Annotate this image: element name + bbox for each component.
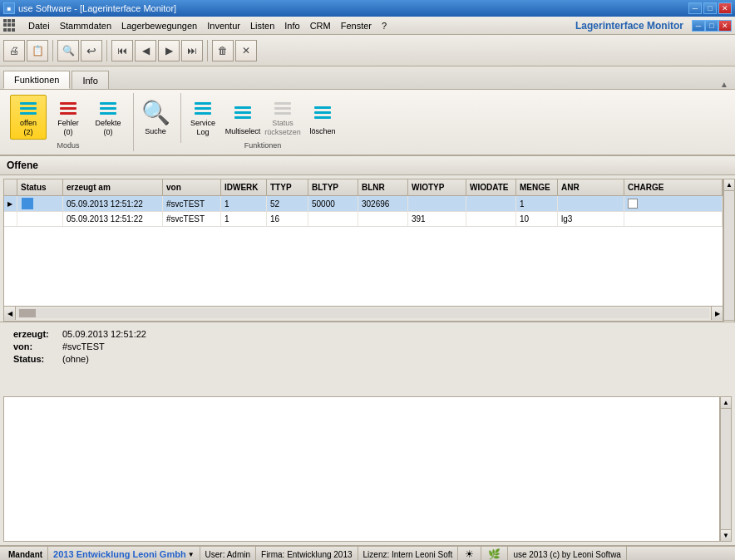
tool-first-button[interactable]: ⏮ xyxy=(111,40,133,61)
tool-last-button[interactable]: ⏭ xyxy=(181,40,203,61)
toolbar-separator-3 xyxy=(207,40,208,61)
tool-clipboard-button[interactable]: 📋 xyxy=(27,40,48,61)
close-button[interactable]: ✕ xyxy=(718,2,732,14)
menu-listen[interactable]: Listen xyxy=(245,19,279,32)
detail-von-value: #svcTEST xyxy=(62,341,105,351)
detail-von-label: von: xyxy=(13,341,59,351)
ribbon-btn-fehler-label: Fehler (0) xyxy=(57,119,79,137)
row2-menge: 10 xyxy=(516,212,558,226)
menu-help[interactable]: ? xyxy=(377,19,392,32)
tool-refresh-button[interactable]: ↩ xyxy=(81,40,102,61)
ribbon-btn-service-log-label: Service Log xyxy=(190,119,215,137)
tool-search-button[interactable]: 🔍 xyxy=(57,40,79,61)
v-scroll-bar-table[interactable]: ▲ ▼ xyxy=(723,179,735,332)
ribbon-btn-loeschen[interactable]: löschen xyxy=(304,95,341,140)
title-bar-controls[interactable]: ─ □ ✕ xyxy=(688,2,732,14)
ribbon-btn-defekte[interactable]: Defekte (0) xyxy=(90,95,126,140)
col-von: von xyxy=(163,179,221,195)
hamburger-loeschen-icon xyxy=(309,99,336,125)
maximize-button[interactable]: □ xyxy=(703,2,717,14)
log-text-area[interactable] xyxy=(3,396,720,543)
menu-info[interactable]: Info xyxy=(279,19,304,32)
row2-wiotyp: 391 xyxy=(408,212,466,226)
tool-delete-button[interactable]: 🗑 xyxy=(212,40,234,61)
col-arrow xyxy=(4,179,17,195)
col-anr: ANR xyxy=(558,179,624,195)
menu-fenster[interactable]: Fenster xyxy=(336,19,377,32)
ribbon-btn-service-log[interactable]: Service Log xyxy=(185,95,221,140)
window-title: use Software - [Lagerinterface Monitor] xyxy=(18,3,176,13)
status-firma: Firma: Entwicklung 2013 xyxy=(256,547,358,560)
h-scroll-thumb[interactable] xyxy=(19,309,36,317)
scroll-left-button[interactable]: ◀ xyxy=(4,307,16,320)
log-scroll-down-button[interactable]: ▼ xyxy=(721,529,731,541)
status-copyright: use 2013 (c) by Leoni Softwa xyxy=(508,547,627,560)
menu-lagerbewegungen[interactable]: Lagerbewegungen xyxy=(116,19,202,32)
scroll-right-button[interactable]: ▶ xyxy=(711,307,723,320)
row2-ttyp: 16 xyxy=(267,212,308,226)
table-row[interactable]: ▶ 05.09.2013 12:51:22 #svcTEST 1 52 5000… xyxy=(4,196,723,212)
col-charge: CHARGE xyxy=(624,179,723,195)
status-company: 2013 Entwicklung Leoni Gmbh xyxy=(53,549,186,559)
row1-wiodate xyxy=(466,196,516,211)
detail-von-row: von: #svcTEST xyxy=(13,341,722,351)
detail-erzeugt-row: erzeugt: 05.09.2013 12:51:22 xyxy=(13,329,722,339)
ribbon-btn-multiselect[interactable]: Multiselect xyxy=(224,95,261,140)
tool-prev-button[interactable]: ◀ xyxy=(135,40,156,61)
table-row[interactable]: 05.09.2013 12:51:22 #svcTEST 1 16 391 10… xyxy=(4,212,723,227)
ribbon-modus-label: Modus xyxy=(57,141,79,150)
v-scroll-bar-log[interactable]: ▲ ▼ xyxy=(720,396,732,543)
col-erzeugt-am: erzeugt am xyxy=(63,179,163,195)
h-scroll-bar[interactable]: ◀ ▶ xyxy=(4,306,723,321)
title-bar-left: ■ use Software - [Lagerinterface Monitor… xyxy=(3,2,176,14)
ribbon-restore-button[interactable]: □ xyxy=(705,20,718,32)
menu-datei[interactable]: Datei xyxy=(23,19,55,32)
row2-anr: lg3 xyxy=(558,212,624,226)
tab-funktionen[interactable]: Funktionen xyxy=(3,71,70,89)
ribbon-btn-offen[interactable]: offen (2) xyxy=(10,95,47,140)
ribbon-btn-fehler[interactable]: Fehler (0) xyxy=(50,95,86,140)
v-scroll-up-button[interactable]: ▲ xyxy=(724,179,734,191)
h-scroll-track[interactable] xyxy=(17,308,709,318)
log-scroll-up-button[interactable]: ▲ xyxy=(721,397,731,409)
charge-checkbox[interactable] xyxy=(628,199,638,209)
toolbar-separator-1 xyxy=(52,40,53,61)
tool-next-button[interactable]: ▶ xyxy=(158,40,180,61)
tab-scroll-arrow[interactable]: ▲ xyxy=(720,80,732,89)
tab-info[interactable]: Info xyxy=(72,71,108,89)
ribbon-btn-suche[interactable]: 🔍 Suche xyxy=(137,95,174,140)
status-company-dropdown[interactable]: 2013 Entwicklung Leoni Gmbh ▼ xyxy=(53,549,194,559)
ribbon-close-button[interactable]: ✕ xyxy=(718,20,732,32)
ribbon-btn-status-reset-label: Status rücksetzen xyxy=(264,119,301,137)
ribbon-minimize-button[interactable]: ─ xyxy=(692,20,705,32)
app-grid-icon xyxy=(3,19,17,32)
menu-inventur[interactable]: Inventur xyxy=(202,19,245,32)
row2-bltyp xyxy=(308,212,358,226)
data-table: Status erzeugt am von IDWERK TTYP BLTYP … xyxy=(3,179,723,322)
menu-stammdaten[interactable]: Stammdaten xyxy=(55,19,116,32)
table-header: Status erzeugt am von IDWERK TTYP BLTYP … xyxy=(4,179,723,196)
ribbon-btn-suche-label: Suche xyxy=(145,127,166,136)
ribbon-funktionen-label: Funktionen xyxy=(244,141,282,150)
ribbon-btn-status-reset: Status rücksetzen xyxy=(264,95,301,140)
ribbon-group-funktionen: Service Log Multiselect Status rücksetze… xyxy=(181,93,348,151)
ribbon-modus-buttons: offen (2) Fehler (0) Defekte (0) xyxy=(10,95,126,140)
col-menge: MENGE xyxy=(516,179,558,195)
tool-print-button[interactable]: 🖨 xyxy=(3,40,25,61)
tool-cancel-button[interactable]: ✕ xyxy=(235,40,257,61)
col-idwerk: IDWERK xyxy=(221,179,267,195)
log-scroll-track xyxy=(721,409,731,530)
row1-idwerk: 1 xyxy=(221,196,267,211)
row1-erzeugt-am: 05.09.2013 12:51:22 xyxy=(63,196,163,211)
toolbar: 🖨 📋 🔍 ↩ ⏮ ◀ ▶ ⏭ 🗑 ✕ xyxy=(0,35,735,66)
col-ttyp: TTYP xyxy=(267,179,308,195)
col-bltyp: BLTYP xyxy=(308,179,358,195)
row1-bltyp: 50000 xyxy=(308,196,358,211)
menu-crm[interactable]: CRM xyxy=(305,19,336,32)
minimize-button[interactable]: ─ xyxy=(688,2,702,14)
table-wrap: Status erzeugt am von IDWERK TTYP BLTYP … xyxy=(0,175,723,322)
col-blnr: BLNR xyxy=(358,179,408,195)
row1-von: #svcTEST xyxy=(163,196,221,211)
status-bar: Mandant 2013 Entwicklung Leoni Gmbh ▼ Us… xyxy=(0,545,735,560)
row1-wiotyp xyxy=(408,196,466,211)
